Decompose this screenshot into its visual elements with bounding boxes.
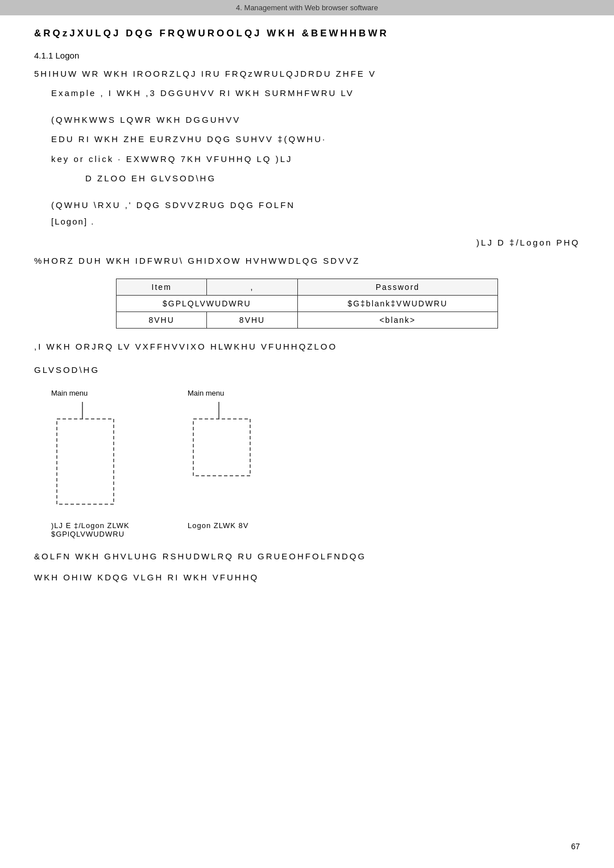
below-text: %HORZ DUH WKH IDFWRU\ GHIDXOW HVHWWDLQG … xyxy=(34,253,580,268)
svg-rect-1 xyxy=(57,419,114,504)
bottom-block: &OLFN WKH GHVLUHG RSHUDWLRQ RU GRUEOHFOL… xyxy=(34,549,580,585)
figure-item-1: Main menu xyxy=(51,389,154,516)
admin-item: $GPLQLVWUDWRU xyxy=(117,296,298,312)
user-id: 8VHU xyxy=(207,312,297,329)
fig-caption-row: )LJ E ‡/Logon ZLWK $GPlQLVWUDWRU Logon Z… xyxy=(51,521,580,538)
table-row: $GPLQLVWUDWRU $G‡blank‡VWUDWRU xyxy=(117,296,498,312)
section-heading: 4.1.1 Logon xyxy=(34,51,580,60)
success-block: ,I WKH ORJRQ LV VXFFHVVIXO HLWKHU VFUHHQ… xyxy=(34,339,580,377)
table-row: 8VHU 8VHU <blank> xyxy=(117,312,498,329)
table-header-row: Item , Password xyxy=(117,279,498,296)
fig-title-1: Main menu xyxy=(51,389,88,397)
page-container: 4. Management with Web browser software … xyxy=(0,0,614,868)
col-item: Item xyxy=(117,279,207,296)
bottom-line1: &OLFN WKH GHVLUHG RSHUDWLRQ RU GRUEOHFOL… xyxy=(34,549,580,564)
logon-block: (QWHU \RXU ,' DQG SDVVZRUG DQG FOLFN [Lo… xyxy=(51,197,580,227)
page-number-text: 67 xyxy=(571,842,580,851)
refer-line2: Example , I WKH ,3 DGGUHVV RI WKH SURMHF… xyxy=(51,85,580,102)
svg-rect-3 xyxy=(193,419,250,476)
title-line: &RQzJXULQJ DQG FRQWUROOLQJ WKH &BEWHHBWR xyxy=(34,27,580,40)
fig-cap-1: )LJ E ‡/Logon ZLWK $GPlQLVWUDWRU xyxy=(51,521,154,538)
table-section: Item , Password $GPLQLVWUDWRU $G‡blank‡V… xyxy=(34,279,580,329)
page-number: 67 xyxy=(571,842,580,851)
figures-row: Main menu Main menu xyxy=(51,389,580,516)
login-table: Item , Password $GPLQLVWUDWRU $G‡blank‡V… xyxy=(116,279,498,329)
success-line1: ,I WKH ORJRQ LV VXFFHVVIXO HLWKHU VFUHHQ… xyxy=(34,339,580,354)
logon-line2: [Logon] . xyxy=(51,217,580,226)
content-area: &RQzJXULQJ DQG FRQWUROOLQJ WKH &BEWHHBWR… xyxy=(0,27,614,585)
admin-password: $G‡blank‡VWUDWRU xyxy=(297,296,497,312)
enter-line1: (QWHKWWS LQWR WKH DGGUHVV xyxy=(51,112,580,128)
refer-line1: 5HIHUW WR WKH IROORZLQJ IRU FRQzWRULQJDR… xyxy=(34,66,580,82)
title-text: &RQzJXULQJ DQG FRQWUROOLQJ WKH &BEWHHBWR xyxy=(34,28,389,39)
bottom-line2: WKH OHIW KDQG VLGH RI WKH VFUHHQ xyxy=(34,570,580,585)
fig-cap-2: Logon ZLWK 8V xyxy=(188,521,290,538)
user-password: <blank> xyxy=(297,312,497,329)
figure-item-2: Main menu xyxy=(188,389,290,516)
fig-title-2: Main menu xyxy=(188,389,224,397)
header-label: 4. Management with Web browser software xyxy=(236,3,378,12)
enter-block: (QWHKWWS LQWR WKH DGGUHVV EDU RI WKH ZHE… xyxy=(51,112,580,187)
refer-block: 5HIHUW WR WKH IROORZLQJ IRU FRQzWRULQJDR… xyxy=(34,66,580,102)
enter-line2: EDU RI WKH ZHE EURZVHU DQG SUHVV ‡(QWHU· xyxy=(51,131,580,148)
success-line2: GLVSOD\HG xyxy=(34,362,580,377)
enter-line3: key or click · EXWWRQ 7KH VFUHHQ LQ )LJ xyxy=(51,151,580,168)
user-item: 8VHU xyxy=(117,312,207,329)
section-heading-text: 4.1.1 Logon xyxy=(34,51,79,60)
fig-diagram-2 xyxy=(188,402,290,516)
col-password: Password xyxy=(297,279,497,296)
header-bar: 4. Management with Web browser software xyxy=(0,0,614,15)
logon-line1: (QWHU \RXU ,' DQG SDVVZRUG DQG FOLFN xyxy=(51,197,580,214)
fig-a-label: )LJ D ‡/Logon PHQ xyxy=(34,238,580,247)
fig-a-label-text: )LJ D ‡/Logon PHQ xyxy=(476,238,580,247)
enter-line4: D ZLOO EH GLVSOD\HG xyxy=(85,171,580,187)
col-comma: , xyxy=(207,279,297,296)
fig-diagram-1 xyxy=(51,402,154,516)
